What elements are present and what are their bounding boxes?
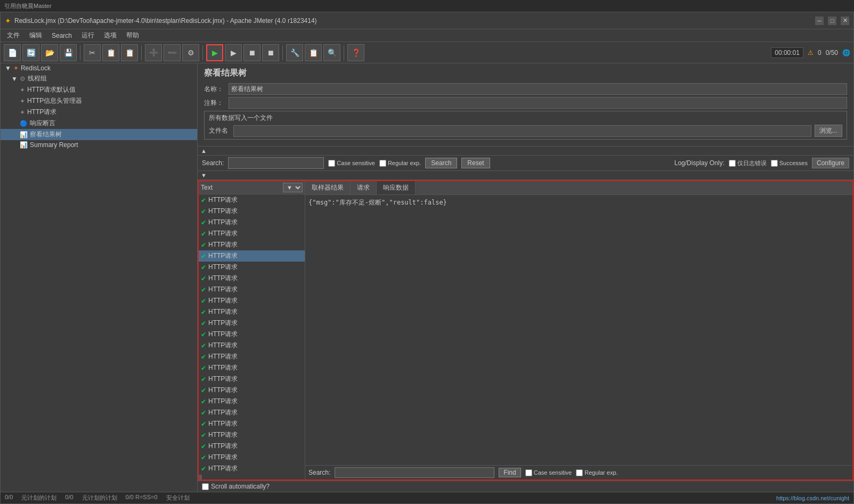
list-item-selected[interactable]: ✔ HTTP请求 [199,250,305,262]
tab-sampler-result[interactable]: 取样器结果 [305,181,351,194]
tree-expand-icon-tg: ▼ [11,75,18,83]
list-item[interactable]: ✔ HTTP请求 [199,206,305,217]
list-item[interactable]: ✔ HTTP请求 [199,284,305,295]
list-item[interactable]: ✔ HTTP请求 [199,318,305,329]
bottom-regular-exp-checkbox[interactable] [576,469,583,476]
save-button[interactable]: 💾 [60,44,77,61]
help-button[interactable]: ❓ [347,44,364,61]
list-item-label: HTTP请求 [208,296,238,305]
tree-item-http-request[interactable]: ✦ HTTP请求 [1,107,197,118]
list-item[interactable]: ✔ HTTP请求 [199,407,305,418]
menu-options[interactable]: 选项 [100,30,121,41]
list-item[interactable]: ✔ HTTP请求 [199,362,305,373]
remote-stop-button[interactable]: 📋 [305,44,322,61]
menu-search[interactable]: Search [47,31,76,40]
list-item[interactable]: ✔ HTTP请求 [199,351,305,362]
status-icon: ✔ [201,331,206,338]
menu-run[interactable]: 运行 [77,30,99,41]
tree-item-http-header[interactable]: ✦ HTTP信息头管理器 [1,95,197,107]
list-item[interactable]: ✔ HTTP请求 [199,429,305,441]
list-item[interactable]: ✔ HTTP请求 [199,385,305,396]
http-header-icon: ✦ [20,97,25,105]
cut-button[interactable]: ✂ [84,44,101,61]
collapse-button[interactable]: ➖ [164,44,181,61]
name-row: 名称： [204,83,847,95]
list-item[interactable]: ✔ HTTP请求 [199,329,305,340]
browse-button[interactable]: 浏览... [815,125,842,137]
list-item[interactable]: ✔ HTTP请求 [199,217,305,228]
main-layout: ▼ ✦ RedisLock ▼ ⚙ 线程组 ✦ HTTP请求默认值 ✦ HTTP… [1,63,853,492]
log-errors-checkbox[interactable] [729,160,736,167]
stop-button[interactable]: ⏹ [243,44,261,61]
bottom-regular-exp-label: Regular exp. [576,469,617,476]
name-input[interactable] [229,83,847,95]
copy-button[interactable]: 📋 [102,44,119,61]
list-item-label: HTTP请求 [208,240,238,249]
status-icon: ✔ [201,409,206,417]
close-button[interactable]: ✕ [841,17,849,25]
list-item[interactable]: ✔ HTTP请求 [199,373,305,385]
tree-item-result-tree[interactable]: 📊 察看结果树 [1,129,197,140]
list-item[interactable]: ✔ HTTP请求 [199,295,305,306]
configure-button[interactable]: Configure [812,158,849,168]
regular-exp-checkbox[interactable] [379,160,386,167]
bottom-case-sensitive-checkbox[interactable] [525,469,532,476]
search-input[interactable] [228,157,324,169]
tab-request[interactable]: 请求 [351,181,377,194]
tree-label-http-defaults: HTTP请求默认值 [27,85,76,94]
expand-button[interactable]: ➕ [145,44,162,61]
new-button[interactable]: 📄 [4,44,21,61]
remote-shutdown-button[interactable]: 🔍 [323,44,340,61]
tree-item-threadgroup[interactable]: ▼ ⚙ 线程组 [1,73,197,84]
tab-response-data[interactable]: 响应数据 [377,181,416,194]
find-button[interactable]: Find [499,468,520,477]
list-item[interactable]: ✔ HTTP请求 [199,441,305,452]
list-item-label: HTTP请求 [208,375,238,384]
status-icon: ✔ [201,454,206,461]
status-icon: ✔ [201,264,206,271]
toggle-button[interactable]: ⚙ [182,44,199,61]
list-item[interactable]: ✔ HTTP请求 [199,306,305,318]
remote-start-button[interactable]: 🔧 [286,44,303,61]
comment-input[interactable] [229,97,847,109]
minimize-button[interactable]: ─ [815,17,824,25]
menu-file[interactable]: 文件 [3,30,24,41]
list-item[interactable]: ✔ HTTP请求 [199,239,305,250]
start-nopauses-button[interactable]: ▶ [225,44,242,61]
list-item[interactable]: ✔ HTTP请求 [199,452,305,463]
search-button[interactable]: Search [425,158,457,168]
successes-checkbox[interactable] [771,160,778,167]
scroll-auto-checkbox[interactable] [202,483,209,490]
list-item[interactable]: ✔ HTTP请求 [199,474,305,475]
open-button[interactable]: 📂 [41,44,58,61]
reset-button[interactable]: Reset [461,158,490,168]
shutdown-button[interactable]: ⏹ [262,44,279,61]
list-dropdown[interactable]: ▼ [283,183,303,192]
list-item[interactable]: ✔ HTTP请求 [199,396,305,407]
tree-item-summary[interactable]: 📊 Summary Report [1,140,197,150]
tree-item-assertion[interactable]: 🔵 响应断言 [1,118,197,129]
bottom-search-input[interactable] [335,467,494,478]
menu-edit[interactable]: 编辑 [25,30,46,41]
menu-help[interactable]: 帮助 [122,30,143,41]
paste-button[interactable]: 📋 [121,44,138,61]
list-item[interactable]: ✔ HTTP请求 [199,418,305,429]
templates-button[interactable]: 🔄 [22,44,39,61]
assertion-icon: 🔵 [20,120,28,127]
tree-item-redislock[interactable]: ▼ ✦ RedisLock [1,63,197,73]
list-item[interactable]: ✔ HTTP请求 [199,273,305,284]
start-button[interactable]: ▶ [206,44,223,61]
list-item-label: HTTP请求 [208,307,238,316]
status-icon: ✔ [201,320,206,327]
list-item[interactable]: ✔ HTTP请求 [199,340,305,351]
list-item[interactable]: ✔ HTTP请求 [199,463,305,474]
file-input[interactable] [233,125,811,137]
maximize-button[interactable]: □ [828,17,836,25]
case-sensitive-checkbox[interactable] [328,160,335,167]
list-item[interactable]: ✔ HTTP请求 [199,228,305,239]
drag-handle[interactable]: ⋮ [199,475,202,479]
tree-item-http-defaults[interactable]: ✦ HTTP请求默认值 [1,84,197,95]
list-item[interactable]: ✔ HTTP请求 [199,194,305,206]
list-item[interactable]: ✔ HTTP请求 [199,262,305,273]
left-panel: ▼ ✦ RedisLock ▼ ⚙ 线程组 ✦ HTTP请求默认值 ✦ HTTP… [1,63,198,492]
